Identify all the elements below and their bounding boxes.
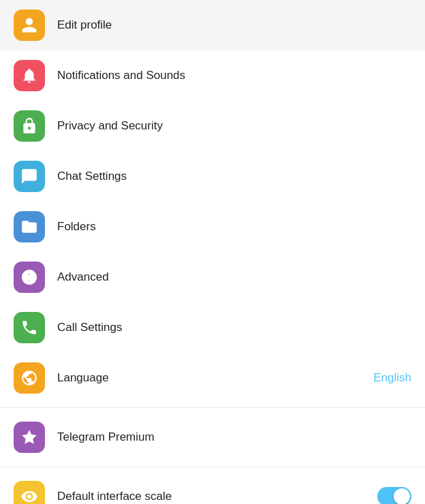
menu-item-language[interactable]: Language English xyxy=(0,353,425,403)
menu-item-folders[interactable]: Folders xyxy=(0,202,425,252)
folders-icon xyxy=(14,211,45,242)
language-label: Language xyxy=(57,371,373,385)
telegram-premium-icon xyxy=(14,422,45,453)
edit-profile-label: Edit profile xyxy=(57,18,411,32)
scale-section: Default interface scale xyxy=(0,471,425,504)
menu-item-advanced[interactable]: Advanced xyxy=(0,252,425,302)
default-scale-label: Default interface scale xyxy=(57,490,377,503)
divider-2 xyxy=(0,467,425,467)
edit-profile-icon xyxy=(14,10,45,41)
menu-item-call-settings[interactable]: Call Settings xyxy=(0,302,425,353)
call-settings-icon xyxy=(14,312,45,343)
folders-label: Folders xyxy=(57,220,411,234)
language-value: English xyxy=(373,371,411,385)
chat-settings-label: Chat Settings xyxy=(57,170,411,183)
menu-item-telegram-premium[interactable]: Telegram Premium xyxy=(0,412,425,462)
notifications-icon xyxy=(14,60,45,91)
advanced-label: Advanced xyxy=(57,270,411,284)
menu-item-chat-settings[interactable]: Chat Settings xyxy=(0,151,425,202)
premium-section: Telegram Premium xyxy=(0,412,425,462)
notifications-label: Notifications and Sounds xyxy=(57,69,411,82)
settings-menu: Edit profile Notifications and Sounds Pr… xyxy=(0,0,425,403)
default-scale-toggle[interactable] xyxy=(377,487,411,504)
privacy-icon xyxy=(14,110,45,142)
menu-item-notifications[interactable]: Notifications and Sounds xyxy=(0,50,425,101)
call-settings-label: Call Settings xyxy=(57,321,411,334)
svg-point-0 xyxy=(27,275,32,280)
chat-settings-icon xyxy=(14,161,45,192)
language-icon xyxy=(14,362,45,394)
advanced-icon xyxy=(14,262,45,293)
menu-item-edit-profile[interactable]: Edit profile xyxy=(0,0,425,50)
menu-item-default-scale[interactable]: Default interface scale xyxy=(0,471,425,504)
divider-1 xyxy=(0,407,425,408)
menu-item-privacy[interactable]: Privacy and Security xyxy=(0,101,425,151)
telegram-premium-label: Telegram Premium xyxy=(57,430,411,444)
default-scale-icon xyxy=(14,481,45,504)
privacy-label: Privacy and Security xyxy=(57,119,411,133)
